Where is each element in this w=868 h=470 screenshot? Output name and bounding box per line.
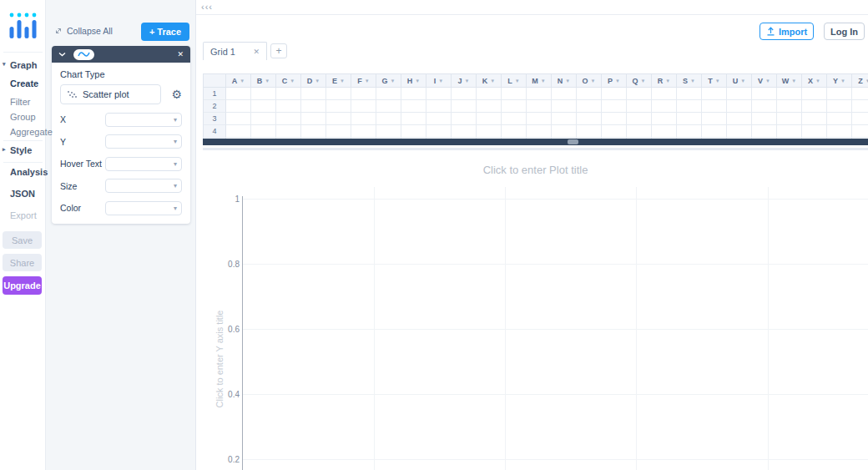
cell-K1[interactable] <box>477 88 502 100</box>
column-header-V[interactable]: V▼ <box>752 74 777 88</box>
cell-N3[interactable] <box>552 113 577 125</box>
cell-A4[interactable] <box>226 125 251 138</box>
save-button[interactable]: Save <box>3 231 42 249</box>
column-header-T[interactable]: T▼ <box>702 74 727 88</box>
row-header-2[interactable]: 2 <box>204 100 226 113</box>
cell-D2[interactable] <box>301 100 326 113</box>
cell-U3[interactable] <box>727 113 752 125</box>
cell-Z1[interactable] <box>852 88 868 100</box>
column-header-N[interactable]: N▼ <box>552 74 577 88</box>
cell-B4[interactable] <box>251 125 276 138</box>
cell-P4[interactable] <box>602 125 627 138</box>
cell-U1[interactable] <box>727 88 752 100</box>
cell-G2[interactable] <box>376 100 401 113</box>
column-header-B[interactable]: B▼ <box>251 74 276 88</box>
sidebar-item-create[interactable]: Create <box>0 78 46 88</box>
column-header-C[interactable]: C▼ <box>276 74 301 88</box>
cell-H1[interactable] <box>401 88 426 100</box>
cell-M4[interactable] <box>527 125 552 138</box>
cell-E1[interactable] <box>326 88 351 100</box>
cell-P2[interactable] <box>602 100 627 113</box>
scrollbar-thumb[interactable] <box>568 139 578 144</box>
cell-S4[interactable] <box>677 125 702 138</box>
column-header-U[interactable]: U▼ <box>727 74 752 88</box>
cell-T4[interactable] <box>702 125 727 138</box>
cell-X2[interactable] <box>802 100 827 113</box>
cell-S3[interactable] <box>677 113 702 125</box>
cell-J3[interactable] <box>452 113 477 125</box>
sidebar-item-graph[interactable]: ▾Graph <box>0 60 46 70</box>
sidebar-item-aggregate[interactable]: Aggregate <box>0 127 46 137</box>
sidebar-item-analysis[interactable]: Analysis <box>0 167 46 177</box>
cell-C3[interactable] <box>276 113 301 125</box>
cell-Y4[interactable] <box>827 125 852 138</box>
column-header-M[interactable]: M▼ <box>527 74 552 88</box>
cell-Z2[interactable] <box>852 100 868 113</box>
column-header-Z[interactable]: Z▼ <box>852 74 868 88</box>
cell-X1[interactable] <box>802 88 827 100</box>
column-header-O[interactable]: O▼ <box>577 74 602 88</box>
cell-Z3[interactable] <box>852 113 868 125</box>
column-header-J[interactable]: J▼ <box>452 74 477 88</box>
cell-D4[interactable] <box>301 125 326 138</box>
cell-H3[interactable] <box>401 113 426 125</box>
cell-S1[interactable] <box>677 88 702 100</box>
cell-I1[interactable] <box>426 88 452 100</box>
cell-M3[interactable] <box>527 113 552 125</box>
share-button[interactable]: Share <box>3 254 42 271</box>
cell-P1[interactable] <box>602 88 627 100</box>
column-header-W[interactable]: W▼ <box>777 74 802 88</box>
cell-Q1[interactable] <box>627 88 652 100</box>
field-select-y[interactable]: ▾ <box>105 134 182 149</box>
cell-W3[interactable] <box>777 113 802 125</box>
cell-H4[interactable] <box>401 125 426 138</box>
column-header-I[interactable]: I▼ <box>426 74 452 88</box>
cell-N4[interactable] <box>552 125 577 138</box>
row-header-3[interactable]: 3 <box>204 113 226 125</box>
cell-F4[interactable] <box>351 125 376 138</box>
cell-C4[interactable] <box>276 125 301 138</box>
cell-R1[interactable] <box>652 88 677 100</box>
cell-Q4[interactable] <box>627 125 652 138</box>
cell-K4[interactable] <box>477 125 502 138</box>
column-header-P[interactable]: P▼ <box>602 74 627 88</box>
cell-K2[interactable] <box>477 100 502 113</box>
column-header-E[interactable]: E▼ <box>326 74 351 88</box>
login-button[interactable]: Log In <box>824 23 865 40</box>
cell-O4[interactable] <box>577 125 602 138</box>
cell-K3[interactable] <box>477 113 502 125</box>
cell-W4[interactable] <box>777 125 802 138</box>
cell-Y2[interactable] <box>827 100 852 113</box>
cell-S2[interactable] <box>677 100 702 113</box>
cell-V3[interactable] <box>752 113 777 125</box>
cell-A1[interactable] <box>226 88 251 100</box>
sidebar-item-group[interactable]: Group <box>0 112 46 122</box>
corner-cell[interactable] <box>204 74 226 88</box>
plotly-logo-icon[interactable] <box>8 12 39 42</box>
cell-D1[interactable] <box>301 88 326 100</box>
cell-O2[interactable] <box>577 100 602 113</box>
cell-W2[interactable] <box>777 100 802 113</box>
cell-L4[interactable] <box>502 125 527 138</box>
cell-M1[interactable] <box>527 88 552 100</box>
cell-I4[interactable] <box>426 125 452 138</box>
cell-B3[interactable] <box>251 113 276 125</box>
cell-F1[interactable] <box>351 88 376 100</box>
cell-W1[interactable] <box>777 88 802 100</box>
cell-X3[interactable] <box>802 113 827 125</box>
cell-E4[interactable] <box>326 125 351 138</box>
cell-O1[interactable] <box>577 88 602 100</box>
cell-V1[interactable] <box>752 88 777 100</box>
cell-G3[interactable] <box>376 113 401 125</box>
cell-Z4[interactable] <box>852 125 868 138</box>
tab-grid-1[interactable]: Grid 1 ✕ <box>203 42 267 60</box>
column-header-R[interactable]: R▼ <box>652 74 677 88</box>
cell-U2[interactable] <box>727 100 752 113</box>
cell-G1[interactable] <box>376 88 401 100</box>
cell-Q3[interactable] <box>627 113 652 125</box>
column-header-K[interactable]: K▼ <box>477 74 502 88</box>
sidebar-item-export[interactable]: Export <box>0 210 46 220</box>
close-icon[interactable]: ✕ <box>177 50 184 58</box>
cell-D3[interactable] <box>301 113 326 125</box>
cell-L2[interactable] <box>502 100 527 113</box>
